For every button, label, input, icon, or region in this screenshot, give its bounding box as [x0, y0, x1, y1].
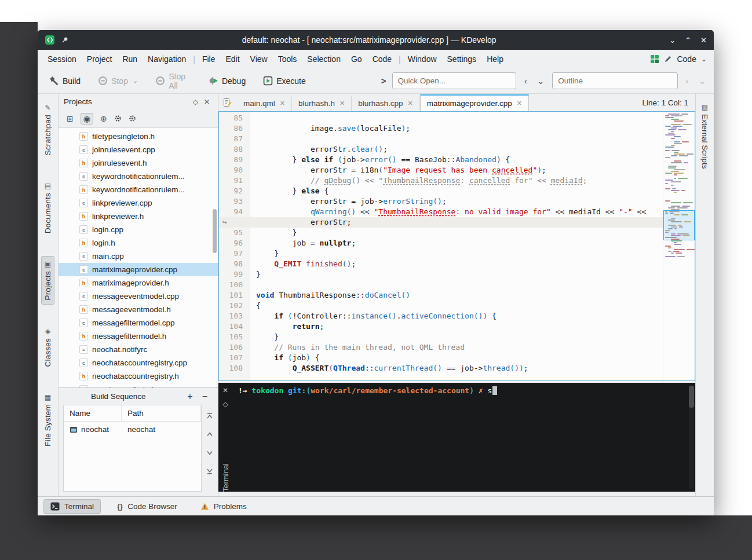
- build-sequence-row[interactable]: neochatneochat: [64, 422, 201, 437]
- code-line[interactable]: 106 // Runs in the main thread, not QML …: [219, 342, 663, 353]
- sidebar-item-file-system[interactable]: ▦File System: [41, 389, 54, 451]
- sidebar-item-external-scripts[interactable]: ▧External Scripts: [700, 103, 709, 169]
- sidebar-item-scratchpad[interactable]: ✎Scratchpad: [41, 100, 54, 159]
- perspective-switcher[interactable]: Code ⌄: [650, 54, 709, 64]
- code-line[interactable]: 105 }: [219, 332, 663, 342]
- menu-project[interactable]: Project: [82, 52, 118, 66]
- sidebar-item-classes[interactable]: ◈Classes: [41, 323, 54, 371]
- tree-item-login-h[interactable]: hlogin.h: [59, 236, 218, 250]
- menu-edit[interactable]: Edit: [220, 52, 244, 66]
- tree-item-matriximageprovider-cpp[interactable]: cmatriximageprovider.cpp: [59, 263, 218, 276]
- tree-item-matriximageprovider-h[interactable]: hmatriximageprovider.h: [59, 276, 218, 290]
- add-to-build-sequence-button[interactable]: +: [182, 391, 197, 402]
- tree-item-neochatconfig-kcfg[interactable]: <>neochatconfig.kcfg: [59, 383, 218, 387]
- menu-code[interactable]: Code: [367, 52, 397, 66]
- tree-item-linkpreviewer-cpp[interactable]: clinkpreviewer.cpp: [59, 196, 218, 210]
- code-line[interactable]: 99}: [219, 269, 663, 280]
- code-line[interactable]: 85: [219, 113, 663, 123]
- editor-tab-main-qml[interactable]: main.qml✕: [237, 96, 292, 111]
- code-lines[interactable]: 8586 image.save(localFile);8788 errorStr…: [219, 113, 663, 374]
- terminal-close-icon[interactable]: ✕: [222, 387, 228, 394]
- tree-item-neochataccountregistry-cpp[interactable]: cneochataccountregistry.cpp: [59, 356, 218, 369]
- terminal-tab-label[interactable]: Terminal: [221, 457, 230, 492]
- statusbar-item-terminal[interactable]: Terminal: [43, 499, 101, 514]
- sidebar-item-documents[interactable]: ▤Documents: [41, 178, 54, 237]
- code-editor[interactable]: 8586 image.save(localFile);8788 errorStr…: [218, 111, 695, 381]
- debug-button[interactable]: Debug: [203, 73, 251, 89]
- maximize-button-icon[interactable]: ⌃: [685, 36, 691, 44]
- close-tab-icon[interactable]: ✕: [517, 100, 522, 107]
- code-line[interactable]: 88 errorStr.clear();: [219, 144, 663, 155]
- pin-icon[interactable]: [61, 36, 69, 44]
- code-line[interactable]: 93 errorStr = job->errorString();: [219, 196, 663, 207]
- move-to-top-button[interactable]: [206, 412, 214, 420]
- statusbar-item-problems[interactable]: Problems: [194, 499, 254, 514]
- menu-selection[interactable]: Selection: [302, 52, 346, 66]
- tree-item-messagefiltermodel-h[interactable]: hmessagefiltermodel.h: [59, 330, 218, 343]
- tree-item-messagefiltermodel-cpp[interactable]: cmessagefiltermodel.cpp: [59, 316, 218, 330]
- tree-scrollbar-thumb[interactable]: [213, 209, 217, 253]
- code-line[interactable]: 102{: [219, 301, 663, 311]
- code-line[interactable]: 95 }: [219, 228, 663, 238]
- code-line[interactable]: 108 Q_ASSERT(QThread::currentThread() ==…: [219, 363, 663, 374]
- code-line[interactable]: 107 if (job) {: [219, 353, 663, 363]
- build-button[interactable]: Build: [43, 73, 86, 89]
- close-tab-icon[interactable]: ✕: [280, 100, 285, 107]
- tree-item-messageeventmodel-h[interactable]: hmessageeventmodel.h: [59, 303, 218, 316]
- move-up-button[interactable]: [206, 430, 214, 438]
- menu-go[interactable]: Go: [346, 52, 367, 66]
- toolbar-extension-icon[interactable]: >: [381, 76, 386, 86]
- area-switcher-icon[interactable]: [650, 54, 659, 64]
- menu-session[interactable]: Session: [42, 52, 82, 66]
- code-line[interactable]: 98 Q_EMIT finished();: [219, 259, 663, 269]
- code-line[interactable]: 96 job = nullptr;: [219, 238, 663, 248]
- menu-navigation[interactable]: Navigation: [143, 52, 191, 66]
- tree-item-login-cpp[interactable]: clogin.cpp: [59, 223, 218, 236]
- move-down-button[interactable]: [206, 449, 214, 457]
- menu-run[interactable]: Run: [117, 52, 143, 66]
- perspective-label[interactable]: Code: [677, 54, 696, 64]
- editor-tab-blurhash-cpp[interactable]: blurhash.cpp✕: [352, 96, 420, 111]
- code-line[interactable]: 103 if (!Controller::instance().activeCo…: [219, 311, 663, 321]
- code-line[interactable]: 94 qWarning() << "ThumbnailResponse: no …: [219, 207, 663, 217]
- float-panel-icon[interactable]: ◇: [190, 98, 201, 106]
- code-line[interactable]: 91 // qDebug() << "ThumbnailResponse: ca…: [219, 175, 663, 186]
- tree-item-joinrulesevent-cpp[interactable]: cjoinrulesevent.cpp: [59, 143, 218, 156]
- menu-view[interactable]: View: [245, 52, 273, 66]
- code-line[interactable]: 101void ThumbnailResponse::doCancel(): [219, 290, 663, 301]
- filter-icon[interactable]: ⊕: [100, 114, 107, 123]
- tree-item-filetypesingleton-h[interactable]: hfiletypesingleton.h: [59, 130, 218, 143]
- tree-item-keywordnotificationrulem-[interactable]: hkeywordnotificationrulem...: [59, 183, 218, 196]
- code-line[interactable]: 87: [219, 134, 663, 144]
- code-line[interactable]: 97 }: [219, 248, 663, 259]
- execute-button[interactable]: Execute: [257, 73, 312, 89]
- tree-item-keywordnotificationrulem-[interactable]: ckeywordnotificationrulem...: [59, 170, 218, 183]
- tree-item-main-cpp[interactable]: cmain.cpp: [59, 250, 218, 263]
- code-line[interactable]: 86 image.save(localFile);: [219, 123, 663, 134]
- outline-input[interactable]: [552, 72, 677, 89]
- menu-settings[interactable]: Settings: [442, 52, 482, 66]
- close-tab-icon[interactable]: ✕: [340, 100, 345, 107]
- tree-item-neochat-notifyrc[interactable]: ≡neochat.notifyrc: [59, 343, 218, 356]
- project-options-icon[interactable]: [129, 115, 136, 122]
- remove-from-build-sequence-button[interactable]: −: [198, 391, 212, 402]
- minimap[interactable]: [663, 112, 695, 380]
- code-line[interactable]: ↪ errorStr;: [219, 217, 663, 228]
- menu-window[interactable]: Window: [403, 52, 442, 66]
- code-line[interactable]: 92 } else {: [219, 186, 663, 196]
- terminal-detach-icon[interactable]: ◇: [222, 401, 228, 408]
- chevron-down-icon[interactable]: ⌄: [701, 55, 707, 63]
- code-line[interactable]: 89 } else if (job->error() == BaseJob::A…: [219, 155, 663, 165]
- menu-tools[interactable]: Tools: [273, 52, 302, 66]
- tree-item-linkpreviewer-h[interactable]: hlinkpreviewer.h: [59, 210, 218, 223]
- locate-current-document-icon[interactable]: ◉: [81, 113, 93, 125]
- tree-item-neochataccountregistry-h[interactable]: hneochataccountregistry.h: [59, 369, 218, 383]
- menu-help[interactable]: Help: [481, 52, 509, 66]
- close-panel-icon[interactable]: ✕: [201, 98, 213, 106]
- code-line[interactable]: 104 return;: [219, 321, 663, 332]
- quick-open-prev-icon[interactable]: ‹: [522, 75, 530, 87]
- quick-open-caret-icon[interactable]: ⌄: [535, 75, 547, 87]
- tree-item-messageeventmodel-cpp[interactable]: cmessageeventmodel.cpp: [59, 290, 218, 303]
- terminal-scrollbar-thumb[interactable]: [689, 386, 694, 408]
- move-to-bottom-button[interactable]: [206, 467, 214, 475]
